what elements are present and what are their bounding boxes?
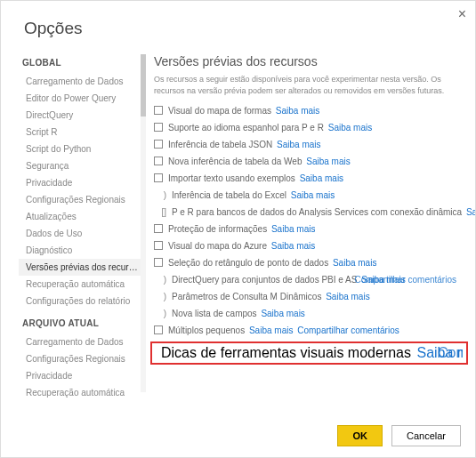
learn-more-link[interactable]: Saiba mais — [249, 325, 293, 335]
learn-more-link[interactable]: Saiba mais — [333, 258, 376, 268]
learn-more-link[interactable]: Saiba mais — [291, 190, 335, 200]
sidebar-item[interactable]: DirectQuery — [19, 107, 141, 124]
section-desc: Os recursos a seguir estão disponíveis p… — [154, 74, 475, 96]
option-label: Importar texto usando exemplos Saiba mai… — [168, 173, 343, 184]
sidebar-item[interactable]: Segurança — [19, 157, 141, 174]
sidebar-item[interactable]: Carregamento de Dados — [19, 333, 141, 350]
checkbox[interactable] — [154, 140, 163, 149]
option-row: []P e R para bancos de dados do Analysis… — [154, 206, 475, 218]
option-label: Visual do mapa do Azure Saiba mais — [168, 240, 315, 252]
checkbox[interactable] — [154, 106, 163, 115]
option-label: Visual do mapa de formas Saiba mais — [168, 105, 319, 117]
learn-more-link[interactable]: Saiba mais — [277, 140, 320, 149]
learn-more-link[interactable]: Saiba mais — [466, 207, 475, 217]
sidebar-item[interactable]: Editor do Power Query — [19, 90, 141, 107]
sidebar-item[interactable]: Configurações Regionais — [19, 350, 141, 367]
scrollbar-thumb[interactable] — [141, 54, 146, 117]
option-row: )Parâmetros de Consulta M Dinâmicos Saib… — [154, 291, 475, 302]
indent-marker: ) — [154, 291, 166, 302]
option-row: Múltiplos pequenos Saiba mais Compartilh… — [154, 325, 475, 336]
learn-more-link[interactable]: Saiba mais — [261, 309, 304, 318]
sidebar-item[interactable]: Versões prévias dos recursos — [19, 259, 141, 276]
share-comments-link[interactable]: Compartilhar comentários — [352, 275, 456, 285]
share-comments-link[interactable]: Compartilhar comentários — [434, 345, 463, 360]
option-row: Nova inferência de tabela da Web Saiba m… — [154, 156, 475, 167]
checkbox[interactable] — [154, 173, 163, 182]
option-label: Suporte ao idioma espanhol para P e R Sa… — [168, 122, 372, 133]
sidebar-item[interactable]: Configurações Regionais — [19, 191, 141, 208]
checkbox[interactable] — [154, 258, 163, 267]
option-label: Seleção do retângulo de ponto de dados S… — [168, 257, 376, 269]
indent-marker: ) — [154, 308, 166, 319]
sidebar-item[interactable]: Script R — [19, 124, 141, 141]
checkbox[interactable] — [154, 224, 163, 233]
option-row: )Inferência de tabela do Excel Saiba mai… — [154, 189, 475, 201]
indent-marker: ) — [154, 189, 166, 201]
sidebar-item[interactable]: Configurações do relatório — [19, 293, 141, 309]
option-label: Proteção de informações Saiba mais — [168, 223, 315, 235]
sidebar-item[interactable]: Carregamento de Dados — [19, 73, 141, 90]
option-label: Parâmetros de Consulta M Dinâmicos Saiba… — [172, 291, 370, 302]
checkbox[interactable] — [154, 241, 163, 250]
share-comments-link[interactable]: Compartilhar comentários — [294, 325, 399, 335]
learn-more-link[interactable]: Saiba mais — [271, 241, 315, 251]
section-title: Versões prévias dos recursos — [154, 54, 475, 68]
option-row: )DirectQuery para conjuntos de dados PBI… — [154, 274, 475, 285]
learn-more-link[interactable]: Saiba mais — [306, 157, 350, 166]
sidebar-header-global: GLOBAL — [19, 54, 141, 73]
learn-more-link[interactable]: Saiba mais — [328, 123, 372, 133]
indent-marker: [] — [154, 206, 166, 218]
sidebar-item[interactable]: Recuperação automática — [19, 276, 141, 293]
option-row: Visual do mapa do Azure Saiba mais — [154, 240, 475, 252]
option-row: Suporte ao idioma espanhol para P e R Sa… — [154, 122, 475, 133]
option-label: Inferência de tabela do Excel Saiba mais — [172, 189, 335, 201]
option-row: )Nova lista de campos Saiba mais — [154, 308, 475, 319]
sidebar-item[interactable]: Privacidade — [19, 367, 141, 384]
ok-button[interactable]: OK — [337, 425, 383, 446]
learn-more-link[interactable]: Saiba mais — [300, 173, 343, 183]
option-label: Nova inferência de tabela da Web Saiba m… — [168, 156, 351, 167]
scrollbar[interactable] — [141, 54, 146, 392]
content-panel: Versões prévias dos recursos Os recursos… — [141, 54, 475, 401]
option-row: Inferência de tabela JSON Saiba mais — [154, 139, 475, 150]
option-row: Seleção do retângulo de ponto de dados S… — [154, 257, 475, 269]
option-row: Proteção de informações Saiba mais — [154, 223, 475, 235]
checkbox[interactable] — [154, 123, 163, 132]
option-label: Dicas de ferramentas visuais modernas Sa… — [161, 345, 463, 361]
option-label: P e R para bancos de dados do Analysis S… — [172, 206, 475, 218]
checkbox[interactable] — [154, 325, 163, 334]
learn-more-link[interactable]: Saiba mais — [326, 292, 369, 301]
indent-marker: ) — [154, 274, 166, 285]
sidebar-item[interactable]: Diagnóstico — [19, 242, 141, 259]
checkbox[interactable] — [154, 157, 163, 165]
sidebar-item[interactable]: Recuperação automática — [19, 384, 141, 401]
highlighted-option: Dicas de ferramentas visuais modernas Sa… — [150, 341, 468, 365]
dialog-title: Opções — [1, 1, 475, 54]
learn-more-link[interactable]: Saiba mais — [276, 106, 319, 116]
sidebar-item[interactable]: Atualizações — [19, 208, 141, 225]
option-label: DirectQuery para conjuntos de dados PBI … — [172, 274, 456, 285]
option-row: Visual do mapa de formas Saiba mais — [154, 105, 475, 117]
sidebar-item[interactable]: Script do Python — [19, 141, 141, 157]
sidebar: GLOBAL Carregamento de DadosEditor do Po… — [19, 54, 141, 401]
learn-more-link[interactable]: Saiba mais — [271, 224, 315, 234]
option-label: Múltiplos pequenos Saiba mais Compartilh… — [168, 325, 399, 336]
sidebar-item[interactable]: Dados de Uso — [19, 225, 141, 242]
option-label: Inferência de tabela JSON Saiba mais — [168, 139, 321, 150]
cancel-button[interactable]: Cancelar — [391, 425, 461, 446]
option-row: Importar texto usando exemplos Saiba mai… — [154, 173, 475, 184]
sidebar-item[interactable]: Privacidade — [19, 174, 141, 191]
sidebar-header-current: ARQUIVO ATUAL — [19, 315, 141, 333]
option-label: Nova lista de campos Saiba mais — [172, 308, 305, 319]
close-icon[interactable]: × — [458, 6, 466, 22]
